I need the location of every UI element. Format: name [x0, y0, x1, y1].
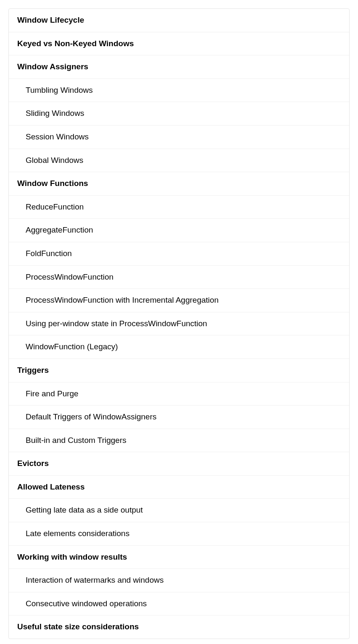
- toc-item[interactable]: Interaction of watermarks and windows: [9, 569, 349, 592]
- toc-item[interactable]: Sliding Windows: [9, 102, 349, 126]
- toc-item-label: FoldFunction: [26, 249, 72, 258]
- toc-item-label: Built-in and Custom Triggers: [26, 436, 126, 445]
- toc-item-label: Allowed Lateness: [17, 482, 85, 491]
- toc-item-label: Window Lifecycle: [17, 16, 84, 24]
- toc-item-label: WindowFunction (Legacy): [26, 342, 118, 351]
- toc-item[interactable]: ProcessWindowFunction with Incremental A…: [9, 289, 349, 312]
- toc-item[interactable]: Built-in and Custom Triggers: [9, 429, 349, 453]
- toc-item[interactable]: Useful state size considerations: [9, 615, 349, 639]
- toc-item[interactable]: Working with window results: [9, 546, 349, 569]
- toc-item[interactable]: Triggers: [9, 359, 349, 382]
- toc-item-label: Getting late data as a side output: [26, 505, 143, 514]
- table-of-contents: Window Lifecycle Keyed vs Non-Keyed Wind…: [8, 8, 350, 639]
- toc-item-label: Evictors: [17, 459, 49, 468]
- toc-item[interactable]: Evictors: [9, 452, 349, 476]
- toc-item-label: Consecutive windowed operations: [26, 599, 147, 608]
- toc-item-label: AggregateFunction: [26, 225, 93, 234]
- toc-item[interactable]: AggregateFunction: [9, 219, 349, 242]
- toc-item[interactable]: Tumbling Windows: [9, 79, 349, 102]
- toc-item-label: Triggers: [17, 366, 49, 374]
- toc-item-label: Using per-window state in ProcessWindowF…: [26, 319, 207, 328]
- toc-item[interactable]: Session Windows: [9, 126, 349, 149]
- toc-item-label: Keyed vs Non-Keyed Windows: [17, 39, 134, 48]
- toc-item[interactable]: ReduceFunction: [9, 196, 349, 219]
- toc-item-label: Fire and Purge: [26, 389, 79, 398]
- toc-item[interactable]: Fire and Purge: [9, 382, 349, 406]
- toc-item-label: Session Windows: [26, 132, 89, 141]
- toc-item[interactable]: Allowed Lateness: [9, 476, 349, 499]
- toc-item-label: Useful state size considerations: [17, 622, 139, 631]
- toc-item-label: Global Windows: [26, 156, 83, 165]
- toc-item-label: Late elements considerations: [26, 529, 129, 538]
- toc-item[interactable]: FoldFunction: [9, 242, 349, 266]
- toc-item[interactable]: Default Triggers of WindowAssigners: [9, 406, 349, 429]
- toc-item-label: Window Assigners: [17, 62, 88, 71]
- toc-item[interactable]: Using per-window state in ProcessWindowF…: [9, 312, 349, 336]
- toc-item[interactable]: Window Functions: [9, 172, 349, 196]
- toc-item-label: Tumbling Windows: [26, 86, 93, 94]
- toc-item[interactable]: ProcessWindowFunction: [9, 266, 349, 289]
- toc-item-label: ReduceFunction: [26, 202, 84, 211]
- toc-item-label: Working with window results: [17, 552, 127, 561]
- toc-item[interactable]: WindowFunction (Legacy): [9, 335, 349, 359]
- toc-item[interactable]: Window Lifecycle: [9, 9, 349, 32]
- toc-item[interactable]: Late elements considerations: [9, 522, 349, 546]
- toc-item[interactable]: Consecutive windowed operations: [9, 592, 349, 616]
- toc-item[interactable]: Window Assigners: [9, 55, 349, 79]
- toc-item[interactable]: Global Windows: [9, 149, 349, 173]
- toc-item-label: ProcessWindowFunction with Incremental A…: [26, 296, 218, 304]
- toc-item-label: Sliding Windows: [26, 109, 84, 118]
- toc-item-label: Window Functions: [17, 179, 88, 188]
- toc-item[interactable]: Keyed vs Non-Keyed Windows: [9, 32, 349, 56]
- toc-item[interactable]: Getting late data as a side output: [9, 499, 349, 522]
- toc-item-label: Default Triggers of WindowAssigners: [26, 412, 157, 421]
- toc-item-label: Interaction of watermarks and windows: [26, 576, 163, 584]
- toc-item-label: ProcessWindowFunction: [26, 272, 113, 281]
